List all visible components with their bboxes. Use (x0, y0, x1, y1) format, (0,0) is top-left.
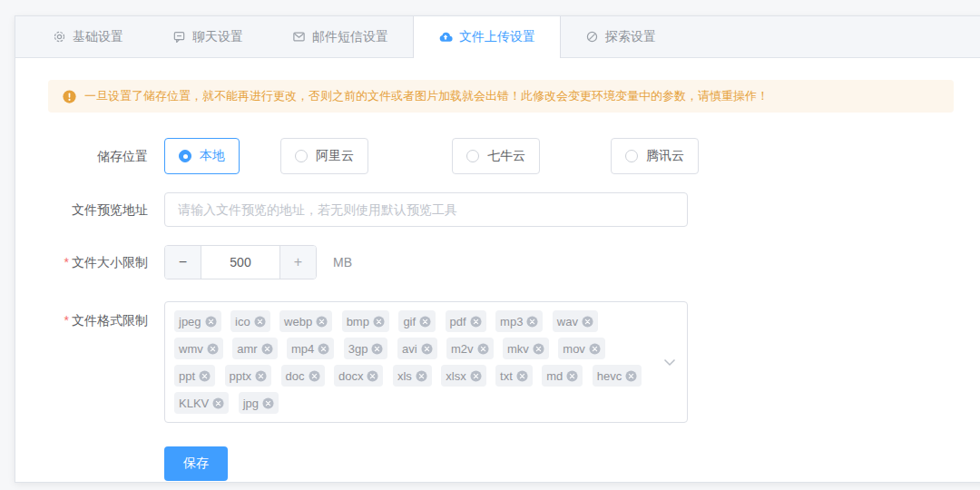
file-format-label: *文件格式限制 (48, 301, 148, 329)
format-tag: jpeg (174, 310, 221, 332)
radio-label: 腾讯云 (646, 148, 684, 164)
format-tag: wmv (174, 338, 223, 359)
tag-close-icon[interactable] (477, 343, 489, 355)
format-tag: mkv (503, 338, 549, 359)
tab-explore-settings[interactable]: 探索设置 (561, 16, 681, 57)
tag-close-icon[interactable] (207, 343, 219, 355)
format-tag: txt (495, 365, 533, 387)
format-tag: xls (393, 365, 432, 387)
format-tag-label: KLKV (179, 397, 209, 410)
format-tag: mp4 (287, 338, 334, 359)
format-tag: avi (397, 338, 437, 359)
storage-option-local[interactable]: 本地 (164, 138, 240, 174)
radio-label: 阿里云 (316, 148, 354, 164)
format-tag-label: bmp (347, 315, 369, 328)
format-tag: docx (334, 365, 383, 387)
tag-close-icon[interactable] (254, 316, 266, 328)
tag-close-icon[interactable] (373, 316, 385, 328)
tag-close-icon[interactable] (367, 370, 378, 382)
tag-close-icon[interactable] (533, 343, 544, 355)
format-tag-label: doc (286, 369, 305, 383)
format-tag-label: m2v (451, 342, 474, 356)
format-tag: 3gp (344, 338, 388, 359)
increase-button[interactable]: + (279, 246, 316, 279)
tag-close-icon[interactable] (316, 316, 328, 328)
warning-text: 一旦设置了储存位置，就不能再进行更改，否则之前的文件或者图片加载就会出错！此修改… (84, 88, 769, 104)
tag-close-icon[interactable] (566, 370, 578, 382)
preview-address-label: 文件预览地址 (48, 201, 148, 219)
format-tag: amr (232, 338, 277, 359)
tag-close-icon[interactable] (255, 370, 267, 382)
format-tag-label: hevc (597, 369, 622, 383)
tab-label: 探索设置 (605, 29, 656, 45)
radio-unchecked-icon (466, 150, 479, 162)
tag-close-icon[interactable] (212, 397, 224, 409)
file-size-stepper: − 500 + (164, 245, 317, 279)
format-tag-label: mp3 (500, 315, 523, 328)
format-tag-label: mp4 (291, 342, 314, 356)
gear-icon (53, 30, 66, 44)
tag-close-icon[interactable] (318, 343, 329, 355)
format-tag-label: wmv (179, 342, 203, 356)
file-format-input[interactable]: jpeg ico (164, 301, 688, 423)
tag-close-icon[interactable] (309, 370, 320, 382)
tag-close-icon[interactable] (261, 343, 273, 355)
tag-close-icon[interactable] (416, 370, 427, 382)
format-tag-label: amr (237, 342, 257, 356)
format-tag-label: docx (338, 369, 363, 383)
file-format-row: *文件格式限制 jpeg ico (48, 301, 954, 423)
file-size-label: *文件大小限制 (48, 253, 148, 271)
save-button[interactable]: 保存 (164, 446, 228, 481)
tag-close-icon[interactable] (582, 316, 593, 328)
tag-close-icon[interactable] (526, 316, 538, 328)
file-size-unit: MB (333, 255, 352, 270)
warning-icon (63, 90, 76, 103)
format-tag: bmp (342, 310, 389, 332)
tab-basic-settings[interactable]: 基础设置 (28, 16, 148, 57)
tag-close-icon[interactable] (371, 343, 383, 355)
tag-close-icon[interactable] (516, 370, 528, 382)
tag-close-icon[interactable] (470, 370, 482, 382)
storage-option-tencent[interactable]: 腾讯云 (611, 138, 699, 174)
format-tag-label: txt (500, 369, 513, 383)
tag-close-icon[interactable] (262, 397, 274, 409)
tab-chat-settings[interactable]: 聊天设置 (148, 16, 268, 57)
settings-card: 基础设置 聊天设置 邮件短信设置 文件上传设置 (15, 15, 980, 483)
warning-banner: 一旦设置了储存位置，就不能再进行更改，否则之前的文件或者图片加载就会出错！此修改… (48, 80, 954, 113)
tab-panel-file-upload: 一旦设置了储存位置，就不能再进行更改，否则之前的文件或者图片加载就会出错！此修改… (15, 80, 980, 481)
file-size-value[interactable]: 500 (201, 246, 279, 279)
format-tag: pptx (225, 365, 272, 387)
tag-close-icon[interactable] (419, 316, 431, 328)
mail-icon (292, 30, 306, 44)
tag-close-icon[interactable] (589, 343, 601, 355)
tab-label: 文件上传设置 (459, 29, 535, 45)
tag-close-icon[interactable] (625, 370, 637, 382)
format-tag: ppt (174, 365, 215, 387)
radio-label: 本地 (200, 148, 225, 164)
tab-label: 邮件短信设置 (312, 29, 388, 45)
storage-location-label: 储存位置 (48, 147, 148, 165)
tab-mail-sms-settings[interactable]: 邮件短信设置 (268, 16, 413, 57)
chevron-down-icon[interactable] (663, 354, 676, 370)
format-tag: ico (230, 310, 270, 332)
storage-option-qiniu[interactable]: 七牛云 (452, 138, 540, 174)
format-tag: doc (281, 365, 325, 387)
decrease-button[interactable]: − (165, 246, 201, 279)
radio-checked-icon (179, 150, 191, 162)
format-tag: wav (553, 310, 598, 332)
tag-close-icon[interactable] (470, 316, 482, 328)
format-tag: hevc (593, 365, 642, 387)
format-tag-label: xlsx (446, 369, 466, 383)
cloud-upload-icon (438, 30, 453, 44)
format-tag: KLKV (174, 392, 229, 414)
format-tag-label: jpg (243, 397, 259, 410)
tag-close-icon[interactable] (199, 370, 211, 382)
format-tag: mov (558, 338, 605, 359)
storage-option-aliyun[interactable]: 阿里云 (280, 138, 368, 174)
tab-file-upload-settings[interactable]: 文件上传设置 (413, 16, 561, 58)
format-tag: gif (398, 310, 436, 332)
preview-address-input[interactable] (164, 192, 688, 227)
tag-close-icon[interactable] (205, 316, 217, 328)
format-tag-label: gif (403, 315, 416, 328)
tag-close-icon[interactable] (421, 343, 433, 355)
